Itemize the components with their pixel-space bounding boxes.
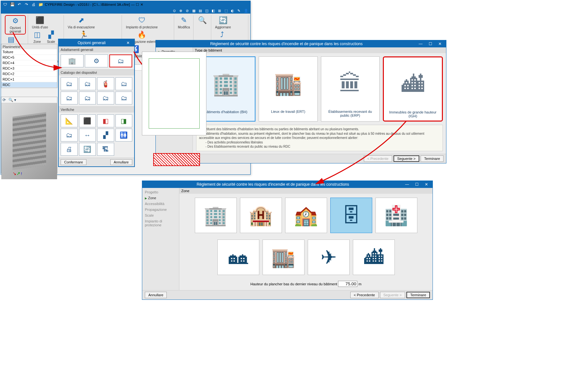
minimize-button[interactable]: — bbox=[416, 41, 425, 47]
maximize-button[interactable]: ☐ bbox=[136, 3, 139, 7]
verify-item[interactable]: ◨ bbox=[115, 114, 133, 127]
opt-building-button[interactable]: 🏢 bbox=[61, 54, 84, 67]
close-icon[interactable]: ✕ bbox=[123, 40, 133, 46]
catalog-item[interactable]: 🧯 bbox=[97, 77, 114, 90]
verify-item[interactable]: ◧ bbox=[97, 114, 114, 127]
opt-folder-button[interactable]: 🗂 bbox=[109, 54, 132, 67]
via-evac-button[interactable]: ⬈Via di evacuazione bbox=[66, 15, 96, 30]
verify-item[interactable]: ▞ bbox=[97, 129, 114, 142]
seguente-button[interactable]: Seguente > bbox=[380, 292, 405, 298]
wizard-nav-item[interactable]: Propagazione bbox=[143, 207, 178, 212]
wizard-nav-item[interactable]: Progetto bbox=[143, 189, 178, 195]
maximize-button[interactable]: ☐ bbox=[412, 181, 422, 188]
print-icon[interactable]: 🖨 bbox=[31, 2, 36, 7]
impianto-button[interactable]: 🛡Impianto di protezione bbox=[125, 15, 159, 30]
catalog-item[interactable]: 🗂 bbox=[79, 77, 96, 90]
annullare-button[interactable]: Annullare bbox=[110, 159, 132, 165]
zone-archive[interactable]: 🗄 bbox=[330, 198, 372, 233]
minimize-button[interactable]: — bbox=[131, 3, 135, 6]
verify-item[interactable]: 🗂 bbox=[61, 129, 78, 142]
tool-icon[interactable]: ⊙ bbox=[173, 9, 177, 13]
catalog-item[interactable]: 🗂 bbox=[115, 92, 133, 104]
zone-hotel[interactable]: 🏨 bbox=[240, 198, 282, 233]
verify-item[interactable]: 🖨 bbox=[61, 143, 78, 156]
zone-commercial[interactable]: 🏬 bbox=[263, 240, 304, 275]
verify-item[interactable]: ↔ bbox=[79, 129, 96, 142]
tool-icon[interactable]: 👤 bbox=[244, 9, 248, 13]
catalog-item[interactable]: 🗂 bbox=[79, 92, 96, 104]
precedente-button[interactable]: < Precedente bbox=[364, 155, 392, 162]
opt-gear-button[interactable]: ⚙ bbox=[85, 54, 108, 67]
tool-icon[interactable]: ⊞ bbox=[218, 9, 223, 13]
floor-row[interactable]: RDC+4 bbox=[1, 60, 57, 66]
close-button[interactable]: ✕ bbox=[435, 41, 445, 47]
building-type-card[interactable]: 🏬Lieux de travail (ERT) bbox=[259, 56, 317, 122]
view-3d[interactable]: ⟳ 🔍 ▾ ↘↗↑ bbox=[1, 97, 57, 173]
panel-header: Type de bâtiment bbox=[193, 47, 446, 53]
catalog-item[interactable]: 🗂 bbox=[61, 77, 78, 90]
floor-row[interactable]: RDC+2 bbox=[1, 71, 57, 77]
wizard-nav-item[interactable]: Scale bbox=[143, 212, 178, 218]
aggiornare-button[interactable]: 🔄Aggiornare bbox=[214, 15, 232, 30]
tool-icon[interactable]: ◫ bbox=[205, 9, 210, 13]
zone-airport[interactable]: ✈ bbox=[308, 240, 350, 275]
terminare-button[interactable]: Terminare bbox=[421, 155, 443, 162]
wizard-nav-item[interactable]: Zone bbox=[143, 195, 178, 201]
zone-school[interactable]: 🏫 bbox=[285, 198, 327, 233]
floor-row[interactable]: RDC+5 bbox=[1, 55, 57, 60]
zone-tower[interactable]: 🏙 bbox=[353, 240, 395, 275]
floor-row[interactable]: Toiture bbox=[1, 49, 57, 55]
close-button[interactable]: ✕ bbox=[422, 181, 431, 188]
tool-icon[interactable]: ⊕ bbox=[179, 9, 184, 13]
floor-row[interactable]: RDC+1 bbox=[1, 77, 57, 82]
wizard-nav-item[interactable]: Accessibilità bbox=[143, 201, 178, 207]
modifica-button[interactable]: ✎Modifica bbox=[177, 15, 191, 30]
catalog-item[interactable]: 🗂 bbox=[61, 92, 78, 104]
tool-icon[interactable]: ⬚ bbox=[224, 9, 229, 13]
zone-hospital[interactable]: 🏥 bbox=[375, 198, 417, 233]
seguente-button[interactable]: Seguente > bbox=[394, 155, 420, 162]
tool-icon[interactable]: ▤ bbox=[199, 9, 203, 13]
verify-item[interactable]: 🚻 bbox=[115, 129, 133, 142]
precedente-button[interactable]: < Precedente bbox=[350, 292, 379, 298]
redo-icon[interactable]: ↷ bbox=[24, 2, 29, 7]
catalog-item[interactable]: 🗂 bbox=[97, 92, 114, 104]
zone-office[interactable]: 🏢 bbox=[195, 198, 237, 233]
undo-icon[interactable]: ↶ bbox=[16, 2, 22, 7]
building-type-card[interactable]: 🏛Établissements recevant du public (ERP) bbox=[321, 56, 380, 122]
building-type-card[interactable]: 🏙Immeubles de grande hauteur (IGH) bbox=[383, 56, 443, 122]
catalog-item[interactable]: 🗂 bbox=[115, 77, 133, 90]
zoom-icon[interactable]: 🔍 bbox=[8, 98, 13, 102]
chevron-down-icon[interactable]: ▾ bbox=[14, 98, 19, 102]
refresh-icon[interactable]: ⟳ bbox=[3, 98, 7, 102]
folder-icon[interactable]: 📁 bbox=[38, 2, 44, 7]
floor-row[interactable]: RDC bbox=[1, 82, 57, 88]
verify-item[interactable]: ⬛ bbox=[79, 114, 96, 127]
verify-item[interactable]: 🏗 bbox=[97, 143, 114, 156]
tool-icon[interactable]: ◐ bbox=[231, 9, 235, 13]
height-input[interactable] bbox=[338, 281, 357, 287]
annullare-button[interactable]: Annullare bbox=[145, 292, 167, 298]
minimize-button[interactable]: — bbox=[402, 181, 412, 188]
close-button[interactable]: ✕ bbox=[140, 3, 143, 7]
floor-row[interactable]: RDC+3 bbox=[1, 66, 57, 71]
scale-button[interactable]: ▞Scale bbox=[45, 30, 57, 44]
confermare-button[interactable]: Confermare bbox=[61, 159, 86, 165]
terminare-button[interactable]: Terminare bbox=[406, 292, 430, 298]
opzioni-generali-button[interactable]: ⚙ Opzioni generali bbox=[5, 15, 26, 34]
verify-item[interactable]: 📐 bbox=[61, 114, 78, 127]
layers-button[interactable]: ▤ bbox=[5, 34, 17, 45]
maximize-button[interactable]: ☐ bbox=[425, 41, 435, 47]
wizard-nav-item[interactable]: Impianto di protezione bbox=[143, 218, 178, 228]
save-icon[interactable]: 💾 bbox=[9, 2, 15, 7]
unita-duso-button[interactable]: ⬛Unità d'uso bbox=[31, 15, 49, 30]
zone-button[interactable]: ◫Zone bbox=[31, 30, 44, 44]
risultati-button[interactable]: 🔍 bbox=[196, 15, 209, 25]
tool-icon[interactable]: ⊘ bbox=[186, 9, 190, 13]
zone-residential[interactable]: 🏘 bbox=[217, 240, 259, 275]
tool-icon[interactable]: ◧ bbox=[212, 9, 216, 13]
verify-item[interactable]: 🔄 bbox=[79, 143, 96, 156]
tool-icon[interactable]: ▦ bbox=[192, 9, 197, 13]
building-3d-render[interactable]: ↘↗↑ bbox=[1, 103, 57, 179]
tool-icon[interactable]: ✎ bbox=[237, 9, 242, 13]
